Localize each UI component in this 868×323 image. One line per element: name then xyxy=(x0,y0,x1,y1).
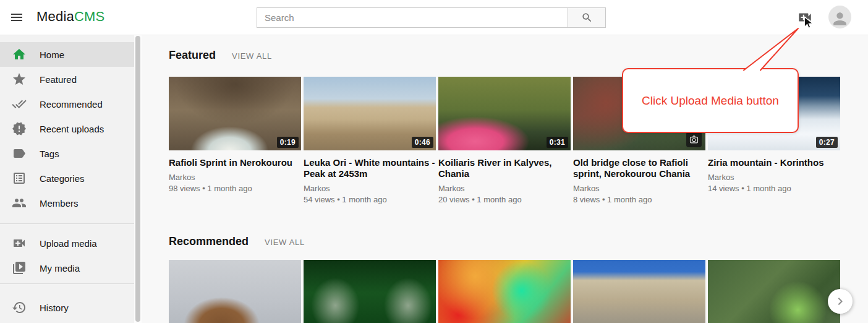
sidebar-item-my-media[interactable]: My media xyxy=(0,256,134,280)
sidebar-item-label: History xyxy=(40,303,69,313)
media-meta: 54 views • 1 month ago xyxy=(304,195,436,204)
media-thumbnail[interactable] xyxy=(169,260,301,323)
media-author[interactable]: Markos xyxy=(438,184,571,193)
hamburger-icon xyxy=(9,10,24,25)
view-all-link[interactable]: VIEW ALL xyxy=(232,51,272,61)
media-thumbnail[interactable]: 0:46 xyxy=(304,77,436,150)
media-card: 0:31 Koiliaris River in Kalyves, Chania … xyxy=(438,77,571,204)
user-avatar[interactable] xyxy=(828,6,851,28)
members-icon xyxy=(12,196,27,210)
media-title[interactable]: Ziria mountain - Korinthos xyxy=(708,157,840,168)
sidebar-item-label: Members xyxy=(40,198,79,209)
search-button[interactable] xyxy=(568,7,606,28)
sidebar-item-home[interactable]: Home xyxy=(0,42,134,67)
upload-media-icon xyxy=(12,236,27,251)
sidebar-item-members[interactable]: Members xyxy=(0,191,134,215)
media-thumbnail[interactable] xyxy=(438,260,571,323)
search-bar xyxy=(257,7,606,28)
camera-icon xyxy=(689,134,699,145)
video-library-icon xyxy=(12,261,27,275)
categories-icon xyxy=(12,171,27,186)
media-card xyxy=(169,260,301,323)
media-author[interactable]: Markos xyxy=(708,173,840,182)
media-meta: 8 views • 1 month ago xyxy=(573,195,705,204)
sidebar-item-upload-media[interactable]: Upload media xyxy=(0,231,134,256)
media-title[interactable]: Rafioli Sprint in Nerokourou xyxy=(169,157,301,168)
media-title[interactable]: Leuka Ori - White mountains - Peak at 24… xyxy=(304,157,436,179)
sidebar: Home Featured Recommended Recent uploads… xyxy=(0,35,134,323)
search-icon xyxy=(581,12,593,24)
sidebar-scrollbar-thumb[interactable] xyxy=(135,36,140,322)
sidebar-item-label: Home xyxy=(40,50,64,60)
callout-text: Click Upload Media button xyxy=(642,94,779,108)
duration-badge: 0:31 xyxy=(547,137,568,148)
media-thumbnail[interactable] xyxy=(304,260,436,323)
done-all-icon xyxy=(12,97,27,111)
sidebar-item-recommended[interactable]: Recommended xyxy=(0,92,134,116)
media-meta: 20 views • 1 month ago xyxy=(438,195,571,204)
sidebar-item-label: Recommended xyxy=(40,99,103,110)
sidebar-item-label: Categories xyxy=(40,173,85,184)
media-card xyxy=(304,260,436,323)
home-icon xyxy=(12,47,27,62)
section-title: Featured xyxy=(169,49,216,62)
star-icon xyxy=(12,72,27,87)
media-author[interactable]: Markos xyxy=(304,184,436,193)
logo-text-cms: CMS xyxy=(74,9,105,24)
sidebar-divider xyxy=(0,223,134,224)
media-meta: 14 views • 1 month ago xyxy=(708,184,840,193)
sidebar-item-label: Tags xyxy=(40,149,59,159)
sidebar-item-tags[interactable]: Tags xyxy=(0,141,134,166)
sidebar-item-label: Upload media xyxy=(40,238,97,249)
featured-section-header: Featured VIEW ALL xyxy=(169,49,272,62)
logo-text-media: Media xyxy=(36,9,74,24)
history-icon xyxy=(12,300,27,315)
tutorial-callout: Click Upload Media button xyxy=(622,68,799,133)
new-releases-icon xyxy=(12,121,27,136)
mediacms-page: MediaCMS Home Featured Recommend xyxy=(0,0,868,323)
person-icon xyxy=(830,9,849,28)
image-type-badge xyxy=(686,132,702,147)
recommended-section-header: Recommended VIEW ALL xyxy=(169,235,305,248)
media-thumbnail[interactable] xyxy=(708,260,840,323)
section-title: Recommended xyxy=(169,235,249,248)
app-logo[interactable]: MediaCMS xyxy=(36,9,104,25)
media-card xyxy=(573,260,705,323)
tag-icon xyxy=(12,146,27,161)
sidebar-item-categories[interactable]: Categories xyxy=(0,166,134,191)
media-card: 0:19 Rafioli Sprint in Nerokourou Markos… xyxy=(169,77,301,204)
carousel-next-button[interactable] xyxy=(828,289,853,314)
sidebar-item-label: Recent uploads xyxy=(40,124,104,134)
duration-badge: 0:19 xyxy=(277,137,299,148)
sidebar-item-label: My media xyxy=(40,263,80,273)
sidebar-item-history[interactable]: History xyxy=(0,295,134,320)
media-card xyxy=(438,260,571,323)
sidebar-item-label: Featured xyxy=(40,74,77,85)
view-all-link[interactable]: VIEW ALL xyxy=(265,238,305,247)
media-title[interactable]: Old bridge close to Rafioli sprint, Nero… xyxy=(573,157,705,179)
media-thumbnail[interactable]: 0:19 xyxy=(169,77,301,150)
search-input[interactable] xyxy=(257,7,568,28)
mouse-cursor xyxy=(801,15,815,30)
callout-tail-pointer xyxy=(736,25,805,72)
sidebar-scrollbar-track xyxy=(134,35,142,323)
media-thumbnail[interactable]: 0:31 xyxy=(438,77,571,150)
sidebar-divider xyxy=(0,283,134,284)
sidebar-item-recent-uploads[interactable]: Recent uploads xyxy=(0,116,134,141)
media-title[interactable]: Koiliaris River in Kalyves, Chania xyxy=(438,157,571,179)
media-card: 0:46 Leuka Ori - White mountains - Peak … xyxy=(304,77,436,204)
duration-badge: 0:27 xyxy=(816,137,838,148)
hamburger-menu-button[interactable] xyxy=(9,10,24,25)
media-card xyxy=(708,260,840,323)
recommended-media-row xyxy=(169,260,840,323)
media-thumbnail[interactable] xyxy=(573,260,705,323)
media-meta: 98 views • 1 month ago xyxy=(169,184,301,193)
chevron-right-icon xyxy=(833,294,848,309)
media-author[interactable]: Markos xyxy=(169,173,301,182)
media-author[interactable]: Markos xyxy=(573,184,705,193)
sidebar-item-featured[interactable]: Featured xyxy=(0,67,134,92)
duration-badge: 0:46 xyxy=(412,137,433,148)
cursor-arrow-icon xyxy=(801,15,815,30)
